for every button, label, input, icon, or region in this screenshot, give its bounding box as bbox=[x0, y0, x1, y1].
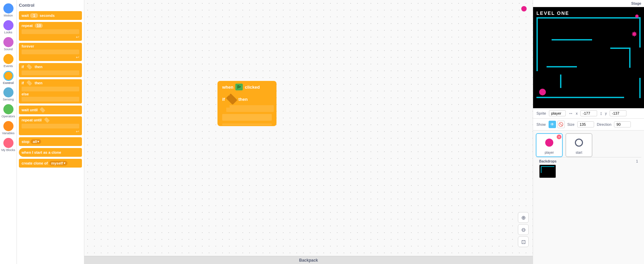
maze-wall-10 bbox=[547, 66, 577, 67]
x-value[interactable]: -177 bbox=[580, 110, 597, 116]
fit-button[interactable]: ⊡ bbox=[518, 236, 529, 247]
maze-wall-7 bbox=[639, 78, 641, 98]
sprite-delete-player[interactable]: ✕ bbox=[557, 135, 561, 139]
wait-label: wait bbox=[22, 13, 29, 18]
maze-wall-8 bbox=[560, 75, 561, 88]
sidebar-item-events[interactable]: Events bbox=[0, 53, 17, 69]
clone-chevron: ▾ bbox=[64, 162, 65, 165]
variables-icon bbox=[3, 121, 13, 131]
canvas-area: when 🏳 clicked if then bbox=[84, 0, 533, 264]
zoom-in-button[interactable]: ⊕ bbox=[518, 212, 529, 223]
wait-value[interactable]: 1 bbox=[30, 13, 38, 18]
stop-value[interactable]: all ▾ bbox=[31, 139, 41, 144]
clicked-label: clicked bbox=[245, 85, 260, 90]
backdrop-thumb[interactable] bbox=[539, 165, 556, 178]
sidebar-item-variables[interactable]: Variables bbox=[0, 120, 17, 137]
player-dot-thumb bbox=[545, 139, 553, 147]
show-visible-button[interactable]: 👁 bbox=[549, 121, 556, 128]
repeat-value[interactable]: 10 bbox=[35, 23, 43, 28]
forever-arrow: ↩ bbox=[76, 55, 79, 60]
if-bottom bbox=[217, 112, 276, 123]
wait-until-label: wait until bbox=[22, 108, 38, 112]
show-hidden-button[interactable]: 🚫 bbox=[557, 121, 565, 128]
clone-start-block[interactable]: when I start as a clone bbox=[19, 148, 82, 157]
eye-open-icon: 👁 bbox=[550, 122, 554, 127]
repeat-label: repeat bbox=[22, 24, 33, 28]
sidebar-item-looks[interactable]: Looks bbox=[0, 19, 17, 36]
sound-label: Sound bbox=[4, 48, 12, 51]
sidebar-item-myblocks[interactable]: My Blocks bbox=[0, 137, 17, 153]
maze-wall-9 bbox=[610, 48, 631, 49]
player-dot-stage bbox=[539, 89, 546, 95]
if-body-space bbox=[226, 105, 274, 112]
y-value[interactable]: -137 bbox=[610, 110, 626, 116]
categories-sidebar: Motion Looks Sound Events Control Sensin… bbox=[0, 0, 17, 264]
wait-block[interactable]: wait 1 seconds bbox=[19, 11, 82, 20]
sidebar-item-motion[interactable]: Motion bbox=[0, 2, 17, 19]
fit-icon: ⊡ bbox=[521, 239, 526, 245]
small-pink-dot bbox=[635, 14, 639, 18]
blocks-panel: Control wait 1 seconds repeat 10 ↩ forev… bbox=[17, 0, 84, 264]
forever-block[interactable]: forever ↩ bbox=[19, 43, 82, 61]
if-else-block[interactable]: if then else bbox=[19, 79, 82, 104]
wait-until-block[interactable]: wait until bbox=[19, 106, 82, 114]
direction-value[interactable]: 90 bbox=[614, 121, 631, 127]
right-panel: Stage LEVEL ONE bbox=[533, 0, 644, 264]
repeat-arrow: ↩ bbox=[76, 35, 79, 39]
backpack-bar[interactable]: Backpack bbox=[84, 256, 533, 264]
seconds-label: seconds bbox=[39, 13, 55, 18]
star-target: ✸ bbox=[631, 30, 637, 39]
arrow-h-icon: ↔ bbox=[568, 111, 573, 116]
control-label: Control bbox=[3, 82, 14, 85]
sprite-card-player[interactable]: ✕ player bbox=[536, 133, 563, 157]
events-label: Events bbox=[4, 65, 13, 68]
sidebar-item-sensing[interactable]: Sensing bbox=[0, 86, 17, 103]
wait-until-diamond bbox=[39, 107, 45, 113]
show-icons: 👁 🚫 bbox=[549, 121, 565, 128]
maze-wall-11 bbox=[629, 48, 631, 68]
zoom-in-icon: ⊕ bbox=[521, 214, 526, 221]
if-then-canvas-block[interactable]: if then bbox=[217, 93, 276, 123]
if-label-1: if bbox=[22, 65, 24, 69]
condition-diamond-1 bbox=[26, 64, 32, 70]
y-label: y bbox=[605, 111, 607, 115]
start-name: start bbox=[576, 151, 582, 154]
repeat-until-block[interactable]: repeat until ↩ bbox=[19, 116, 82, 135]
maze-wall-1 bbox=[536, 17, 607, 19]
condition-diamond-2 bbox=[26, 80, 32, 86]
create-clone-block[interactable]: create clone of myself ▾ bbox=[19, 159, 82, 168]
stop-label: stop bbox=[22, 140, 29, 144]
size-value[interactable]: 135 bbox=[577, 121, 594, 127]
clone-start-label: when I start as a clone bbox=[22, 150, 61, 154]
sidebar-item-operators[interactable]: Operators bbox=[0, 103, 17, 120]
maze-wall-2 bbox=[639, 17, 641, 48]
events-icon bbox=[3, 54, 13, 64]
maze-wall-5 bbox=[552, 39, 592, 40]
myblocks-label: My Blocks bbox=[1, 149, 15, 152]
sidebar-item-control[interactable]: Control bbox=[0, 69, 17, 86]
clone-value[interactable]: myself ▾ bbox=[49, 161, 67, 166]
repeat-block[interactable]: repeat 10 ↩ bbox=[19, 22, 82, 41]
repeat-until-diamond bbox=[44, 117, 50, 123]
backpack-label: Backpack bbox=[299, 258, 318, 263]
zoom-out-button[interactable]: ⊖ bbox=[518, 224, 529, 235]
stage-preview: LEVEL ONE bbox=[533, 7, 644, 108]
sprite-card-start[interactable]: start bbox=[565, 133, 592, 157]
backdrops-label: Backdrops bbox=[539, 159, 557, 163]
level-label: LEVEL ONE bbox=[536, 10, 569, 16]
canvas-pink-dot bbox=[521, 6, 527, 11]
panel-title: Control bbox=[19, 3, 82, 8]
arrow-v-icon: ↕ bbox=[600, 111, 602, 116]
if-bottom-space bbox=[222, 114, 272, 121]
if-then-block[interactable]: if then bbox=[19, 63, 82, 77]
stage-header: Stage bbox=[533, 0, 644, 7]
stop-block[interactable]: stop all ▾ bbox=[19, 137, 82, 146]
sound-icon bbox=[3, 37, 13, 47]
player-thumb bbox=[541, 136, 558, 149]
then-canvas-label: then bbox=[238, 97, 247, 102]
sidebar-item-sound[interactable]: Sound bbox=[0, 36, 17, 53]
zoom-out-icon: ⊖ bbox=[521, 227, 526, 233]
maze-wall-4 bbox=[536, 17, 538, 71]
sprite-name-value[interactable]: player bbox=[549, 110, 566, 116]
when-label: when bbox=[222, 85, 233, 90]
